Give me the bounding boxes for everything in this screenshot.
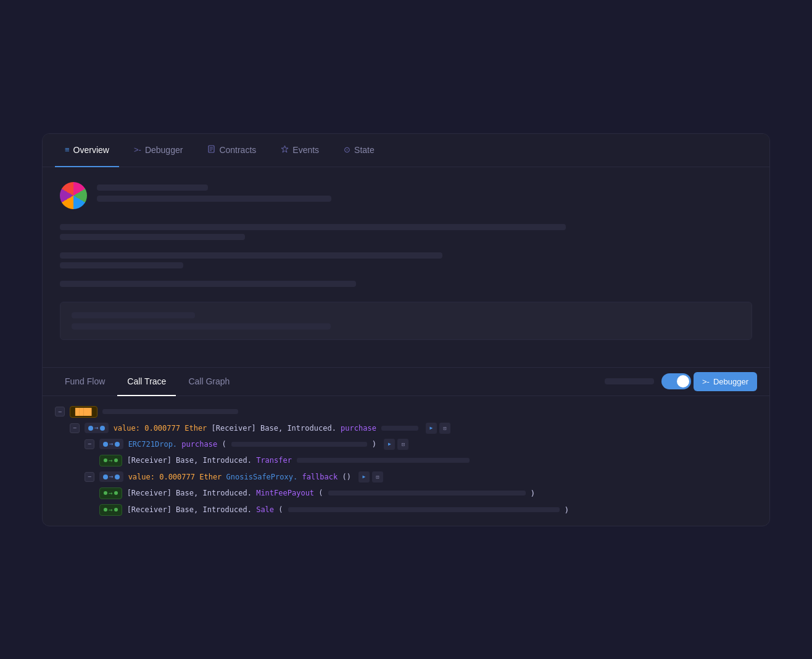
row2-actions: ▶ ⊡ — [384, 439, 408, 450]
row1-skeleton — [381, 426, 418, 431]
info-row-2 — [60, 252, 752, 268]
skeleton-row-2a — [60, 252, 442, 259]
overview-icon: ≡ — [65, 145, 70, 154]
tab-overview[interactable]: ≡ Overview — [55, 134, 119, 167]
row2-open: ( — [222, 440, 226, 449]
row5-receiver: [Receiver] Base, Introduced. — [127, 489, 252, 497]
tab-call-graph[interactable]: Call Graph — [178, 368, 239, 396]
green-arrow-row6: → — [109, 506, 113, 514]
skeleton-row-3 — [60, 281, 356, 287]
tab-state-label: State — [354, 145, 375, 155]
row3-receiver: [Receiver] Base, Introduced. — [127, 456, 252, 465]
green-dot-to-row6 — [114, 508, 118, 512]
header-text — [97, 182, 752, 202]
green-dot-from-row6 — [104, 508, 107, 512]
row1-actions: ▶ ⊡ — [426, 423, 450, 434]
fund-flow-label: Fund Flow — [65, 376, 105, 386]
row4-actions: ▶ ⊡ — [358, 471, 383, 483]
green-badge-row3: → — [99, 455, 122, 466]
tab-call-trace[interactable]: Call Trace — [117, 368, 176, 396]
row2-method: purchase — [181, 440, 217, 449]
row2-play[interactable]: ▶ — [384, 439, 395, 450]
row6-method: Sale — [256, 505, 274, 514]
collapse-row1[interactable]: − — [70, 423, 80, 433]
collapse-row4[interactable]: − — [85, 472, 94, 482]
row2-text: ERC721Drop. purchase ( — [128, 440, 226, 449]
avatar — [60, 182, 87, 209]
row5-close: ) — [531, 489, 536, 498]
state-icon: ⊙ — [344, 145, 350, 154]
info-row-1 — [60, 224, 752, 240]
row1-receiver: [Receiver] Base, Introduced. — [212, 424, 336, 433]
tab-events[interactable]: Events — [271, 134, 329, 167]
trace-row-root: − ████ — [55, 406, 757, 418]
row1-method: purchase — [341, 424, 376, 433]
row6-skeleton — [288, 507, 560, 512]
top-tab-bar: ≡ Overview >- Debugger Contracts Events … — [43, 134, 769, 167]
header-section — [60, 182, 752, 209]
green-badge-row6: → — [99, 504, 122, 516]
toggle-label-skeleton — [605, 378, 654, 384]
root-badge-text: ████ — [75, 408, 92, 416]
row4-play[interactable]: ▶ — [358, 471, 370, 483]
events-icon — [281, 145, 289, 155]
row4-contract: GnosisSafeProxy. — [226, 473, 298, 481]
row1-value: value: 0.000777 Ether — [114, 424, 212, 433]
green-arrow-row5: → — [109, 489, 113, 497]
tab-fund-flow[interactable]: Fund Flow — [55, 368, 115, 396]
row5-method: MintFeePayout — [256, 489, 314, 497]
toggle-switch[interactable] — [661, 373, 691, 389]
row5-open: ( — [318, 489, 323, 497]
arrow-row1: → — [94, 424, 99, 432]
row2-copy[interactable]: ⊡ — [397, 439, 408, 450]
addr-badge-row1: → — [85, 423, 109, 433]
debugger-icon: >- — [134, 145, 141, 154]
row2-contract: ERC721Drop. — [128, 440, 177, 449]
green-dot-from-row5 — [104, 491, 107, 495]
trace-row-3: → [Receiver] Base, Introduced. Transfer — [99, 455, 757, 466]
row5-skeleton — [328, 491, 526, 495]
row4-value: value: 0.000777 Ether — [128, 473, 226, 481]
root-skeleton — [102, 409, 238, 414]
collapse-root[interactable]: − — [55, 407, 65, 417]
debugger-btn-icon: >- — [702, 377, 710, 386]
tab-state[interactable]: ⊙ State — [334, 134, 384, 167]
arrow-row2: → — [109, 440, 114, 448]
dot-from-row1 — [88, 426, 93, 431]
row1-text: value: 0.000777 Ether [Receiver] Base, I… — [114, 424, 376, 433]
green-badge-row5: → — [99, 487, 122, 499]
tab-debugger-label: Debugger — [145, 145, 183, 155]
collapse-row2[interactable]: − — [85, 439, 94, 449]
row4-params: () — [342, 473, 350, 481]
addr-badge-row2: → — [99, 439, 123, 449]
main-container: ≡ Overview >- Debugger Contracts Events … — [42, 133, 770, 526]
row6-close: ) — [565, 505, 570, 515]
note-skeleton-2 — [72, 323, 331, 330]
row3-skeleton — [297, 458, 470, 463]
skeleton-subtitle — [97, 196, 331, 202]
row4-copy[interactable]: ⊡ — [372, 471, 383, 483]
row1-copy[interactable]: ⊡ — [439, 423, 450, 434]
call-graph-label: Call Graph — [188, 376, 230, 386]
skeleton-row-1b — [60, 234, 245, 240]
debugger-button[interactable]: >- Debugger — [694, 372, 757, 391]
row1-play[interactable]: ▶ — [426, 423, 437, 434]
green-dot-from-row3 — [104, 458, 107, 462]
dot-to-row2 — [115, 442, 120, 447]
dot-to-row1 — [100, 426, 105, 431]
row6-receiver: [Receiver] Base, Introduced. — [127, 505, 252, 514]
row6-open: ( — [278, 505, 283, 514]
tab-debugger[interactable]: >- Debugger — [124, 134, 193, 167]
info-section — [60, 224, 752, 287]
row4-text: value: 0.000777 Ether GnosisSafeProxy. f… — [128, 473, 351, 481]
row3-method: Transfer — [256, 456, 292, 465]
tab-contracts[interactable]: Contracts — [197, 134, 266, 167]
arrow-row4: → — [109, 473, 114, 481]
toggle-area — [605, 373, 691, 389]
call-trace-label: Call Trace — [127, 376, 166, 386]
trace-row-1: − → value: 0.000777 Ether [Receiver] Bas… — [70, 423, 757, 434]
tab-overview-label: Overview — [73, 145, 109, 155]
green-dot-to-row5 — [114, 491, 118, 495]
tab-contracts-label: Contracts — [219, 145, 256, 155]
trace-row-4: − → value: 0.000777 Ether GnosisSafeProx… — [85, 471, 757, 483]
